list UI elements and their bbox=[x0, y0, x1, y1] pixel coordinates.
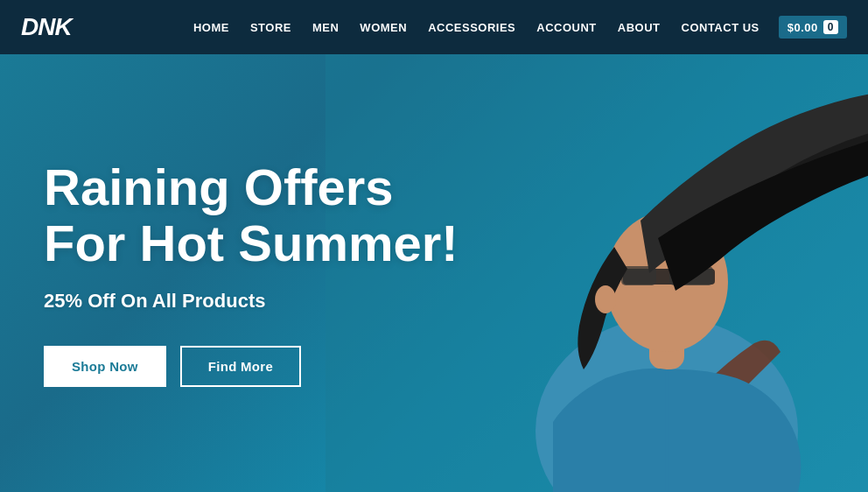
nav-store[interactable]: STORE bbox=[242, 16, 300, 39]
nav-about[interactable]: ABOUT bbox=[609, 16, 669, 39]
site-logo[interactable]: DNK bbox=[21, 13, 72, 41]
hero-title: Raining Offers For Hot Summer! bbox=[44, 159, 464, 271]
hero-buttons: Shop Now Find More bbox=[44, 346, 824, 387]
cart-button[interactable]: $0.00 0 bbox=[779, 16, 847, 39]
main-nav: HOME STORE MEN WOMEN ACCESSORIES ACCOUNT… bbox=[185, 16, 847, 39]
cart-price: $0.00 bbox=[788, 21, 818, 34]
nav-accessories[interactable]: ACCESSORIES bbox=[419, 16, 524, 39]
nav-home[interactable]: HOME bbox=[185, 16, 238, 39]
nav-contact[interactable]: CONTACT US bbox=[673, 16, 768, 39]
hero-subtitle: 25% Off On All Products bbox=[44, 290, 824, 313]
hero-content: Raining Offers For Hot Summer! 25% Off O… bbox=[0, 54, 868, 492]
nav-men[interactable]: MEN bbox=[304, 16, 347, 39]
cart-count: 0 bbox=[823, 20, 838, 34]
hero-section: Raining Offers For Hot Summer! 25% Off O… bbox=[0, 54, 868, 492]
nav-women[interactable]: WOMEN bbox=[351, 16, 416, 39]
find-more-button[interactable]: Find More bbox=[180, 346, 301, 387]
site-header: DNK HOME STORE MEN WOMEN ACCESSORIES ACC… bbox=[0, 0, 868, 54]
shop-now-button[interactable]: Shop Now bbox=[44, 346, 166, 387]
nav-account[interactable]: ACCOUNT bbox=[528, 16, 606, 39]
